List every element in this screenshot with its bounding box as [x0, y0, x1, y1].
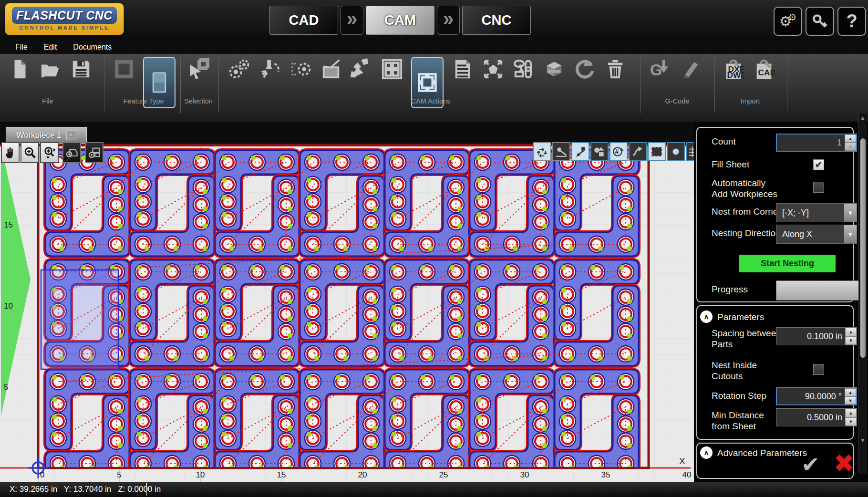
zoom-to-sheet-button[interactable] — [85, 142, 103, 163]
spacing-input[interactable]: 0.1000 in ▲ ▼ — [776, 327, 857, 345]
scroll-down-icon[interactable]: ▼ — [860, 437, 866, 444]
svg-text:CAD: CAD — [758, 68, 775, 77]
nest-from-corner-value: [-X; -Y] — [776, 208, 844, 218]
move-node-button[interactable] — [571, 142, 589, 161]
auto-add-checkbox[interactable] — [813, 182, 824, 193]
zoom-part-icon — [65, 146, 79, 159]
cam-mode-button[interactable]: CAM — [366, 6, 434, 35]
spin-up-icon[interactable]: ▲ — [845, 388, 856, 396]
import-cad-button[interactable]: CAD — [753, 58, 775, 81]
recycle-tool-button[interactable] — [533, 142, 551, 161]
spin-up-icon[interactable]: ▲ — [845, 409, 857, 417]
shapes-tool-button[interactable] — [590, 142, 609, 161]
confirm-button[interactable]: ✔ — [801, 452, 820, 477]
nest-from-corner-dropdown[interactable]: [-X; -Y] ▼ — [776, 203, 857, 222]
group-label-import: Import — [740, 97, 760, 105]
kerf-wheel-button[interactable] — [350, 58, 373, 81]
start-nesting-button[interactable]: Start Nesting — [739, 255, 836, 272]
toolpath-settings-button[interactable] — [289, 58, 312, 81]
zoom-to-part-button[interactable] — [62, 142, 81, 163]
zoom-in-button[interactable] — [21, 142, 39, 163]
grid-array-button[interactable] — [381, 58, 403, 81]
fill-sheet-checkbox[interactable]: ✔ — [813, 159, 824, 170]
spin-down-icon[interactable]: ▼ — [845, 417, 857, 426]
settings-button[interactable]: ⚙⚙ — [774, 7, 802, 36]
count-label: Count — [712, 136, 736, 147]
edit-gcode-button[interactable] — [679, 58, 702, 81]
cancel-button[interactable]: ✖ — [834, 449, 855, 477]
curve-fit-button[interactable] — [629, 142, 647, 161]
simulate-button[interactable] — [320, 58, 342, 81]
array-grid-icon — [381, 58, 403, 80]
rotation-step-input[interactable]: 90.0000 ° ▲ ▼ — [776, 387, 857, 405]
tab-workpiece-1[interactable]: Workpiece 1 × — [6, 127, 87, 144]
license-key-button[interactable] — [806, 7, 834, 36]
cnc-mode-button[interactable]: CNC — [462, 6, 531, 35]
progress-bar — [776, 280, 859, 300]
min-distance-input[interactable]: 0.5000 in ▲ ▼ — [776, 408, 857, 426]
fit-to-sheet-button[interactable] — [482, 58, 505, 81]
spin-up-icon[interactable]: ▲ — [845, 135, 856, 143]
spin-up-icon[interactable]: ▲ — [845, 328, 857, 336]
selection-tool-button[interactable] — [187, 58, 210, 81]
marquee-select-icon — [651, 145, 663, 158]
cad-mode-button[interactable]: CAD — [269, 6, 338, 35]
menu-edit[interactable]: Edit — [39, 42, 62, 52]
rotation-step-value: 90.0000 ° — [777, 392, 845, 402]
panel-scrollbar[interactable]: ▲ ▼ — [858, 114, 867, 474]
square-outline-icon — [113, 58, 135, 80]
new-file-button[interactable] — [9, 58, 31, 81]
collapse-parameters-icon[interactable]: ∧ — [700, 311, 713, 323]
svg-text:35: 35 — [601, 470, 610, 479]
measure-tool-button[interactable] — [552, 142, 570, 161]
open-file-button[interactable] — [39, 58, 62, 81]
workpiece-canvas[interactable]: 051015202530354051015X Workpiece 1 × — [0, 122, 694, 482]
nest-inside-checkbox[interactable] — [813, 364, 824, 375]
group-label-file: File — [42, 97, 53, 105]
scroll-up-icon[interactable]: ▲ — [860, 114, 866, 121]
tab-close-icon[interactable]: × — [66, 130, 76, 140]
marquee-select-button[interactable] — [648, 142, 666, 161]
count-input[interactable]: 1 ▲ ▼ — [776, 134, 857, 152]
transform-link-button[interactable] — [512, 58, 535, 81]
svg-text:0: 0 — [40, 470, 44, 479]
shapes-icon — [593, 145, 606, 158]
nesting-icon — [415, 70, 440, 95]
spacing-spinner[interactable]: ▲ ▼ — [845, 328, 857, 345]
pan-tool-button[interactable] — [1, 142, 20, 163]
zoom-options-button[interactable] — [40, 142, 59, 163]
report-button[interactable] — [451, 58, 474, 81]
min-distance-value: 0.5000 in — [776, 413, 845, 423]
chevron-down-icon: ▼ — [844, 225, 857, 243]
scrollbar-thumb[interactable] — [860, 138, 866, 358]
count-spinner[interactable]: ▲ ▼ — [845, 135, 856, 151]
material-box-button[interactable] — [543, 58, 566, 81]
convert-units-button[interactable] — [610, 142, 628, 161]
collapse-advanced-icon[interactable]: ∧ — [700, 446, 713, 459]
nesting-direction-dropdown[interactable]: Along X ▼ — [776, 225, 857, 244]
save-file-button[interactable] — [70, 58, 93, 81]
min-distance-spinner[interactable]: ▲ ▼ — [845, 409, 857, 426]
spin-down-icon[interactable]: ▼ — [845, 336, 857, 345]
feature-outline-button[interactable] — [113, 58, 135, 81]
generate-gcode-button[interactable] — [649, 58, 672, 81]
progress-label: Progress — [712, 284, 748, 295]
logo-subtitle: CONTROL MADE SIMPLE — [5, 25, 124, 31]
machine-settings-button[interactable] — [228, 58, 251, 81]
point-tool-button[interactable] — [667, 142, 685, 161]
spin-down-icon[interactable]: ▼ — [845, 143, 856, 151]
menu-bar: File Edit Documents — [0, 41, 868, 54]
menu-documents[interactable]: Documents — [68, 42, 116, 52]
help-button[interactable]: ? — [837, 7, 866, 36]
gear-path-icon — [289, 58, 311, 80]
import-dxf-button[interactable]: DXFDWG — [722, 58, 745, 81]
rotation-spinner[interactable]: ▲ ▼ — [845, 388, 856, 404]
coordinate-readout: X: 39.2665 in Y: 13.7040 in Z: 0.0000 in — [0, 485, 161, 494]
open-folder-icon — [40, 58, 62, 80]
torch-settings-button[interactable] — [258, 58, 281, 81]
undo-button[interactable] — [573, 58, 596, 81]
delete-button[interactable] — [604, 58, 627, 81]
nesting-drawing[interactable]: 051015202530354051015X — [0, 122, 694, 482]
menu-file[interactable]: File — [10, 42, 32, 52]
spin-down-icon[interactable]: ▼ — [845, 396, 856, 404]
